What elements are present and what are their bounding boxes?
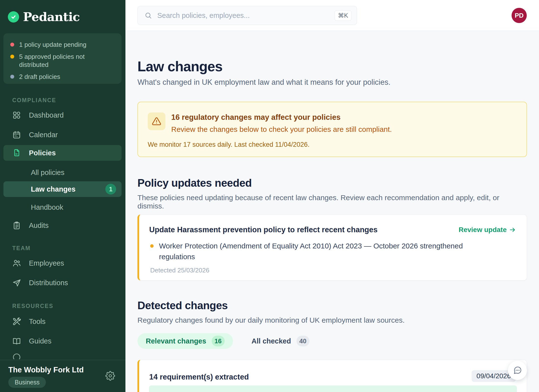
status-item: 2 draft policies <box>10 73 115 81</box>
sidebar-item-employees[interactable]: Employees <box>3 255 122 271</box>
calendar-icon <box>12 130 21 139</box>
alert-meta: We monitor 17 sources daily. Last checke… <box>148 141 309 148</box>
avatar[interactable]: PD <box>512 8 527 23</box>
tab-label: All checked <box>252 337 291 345</box>
grid-icon <box>12 111 21 120</box>
detected-changes-heading: Detected changes <box>137 299 228 312</box>
check-circle-icon <box>8 11 19 23</box>
sidebar-item-dashboard[interactable]: Dashboard <box>3 107 122 123</box>
law-changes-count-badge: 1 <box>105 184 116 195</box>
section-label-compliance: COMPLIANCE <box>12 97 56 104</box>
change-bullet: Worker Protection (Amendment of Equality… <box>150 241 476 262</box>
tab-label: Relevant changes <box>146 337 206 345</box>
alert-title: 16 regulatory changes may affect your po… <box>171 113 341 122</box>
top-bar: ⌘K PD <box>125 0 539 31</box>
sidebar-item-policies[interactable]: Policies <box>3 145 122 161</box>
circle-icon <box>12 353 21 359</box>
company-name: The Wobbly Fork Ltd <box>8 366 84 374</box>
sidebar-item-guides[interactable]: Guides <box>3 333 122 349</box>
status-item: 5 approved policies not distributed <box>10 53 106 69</box>
sidebar-item-partial[interactable] <box>3 353 122 359</box>
tab-all-checked[interactable]: All checked 40 <box>252 333 309 349</box>
page-title: Law changes <box>137 58 222 74</box>
app-name: Pedantic <box>23 10 80 24</box>
policy-updates-heading: Policy updates needed <box>137 177 252 189</box>
tools-icon <box>12 317 21 326</box>
policy-updates-subheading: These policies need updating because of … <box>137 194 527 210</box>
chat-bubble-icon <box>513 366 522 375</box>
global-search[interactable]: ⌘K <box>137 6 357 25</box>
sidebar-item-calendar[interactable]: Calendar <box>3 127 122 143</box>
change-bullet-text: Worker Protection (Amendment of Equality… <box>159 241 476 262</box>
tab-count-badge: 16 <box>212 336 225 346</box>
policy-update-title: Update Harassment prevention policy to r… <box>149 225 378 234</box>
app-logo[interactable]: Pedantic <box>8 10 80 24</box>
status-text: 2 draft policies <box>19 73 60 81</box>
detected-date: Detected 25/03/2026 <box>150 267 209 274</box>
send-icon <box>12 278 21 287</box>
book-open-icon <box>12 337 21 345</box>
search-icon <box>145 12 152 19</box>
requirements-title: 14 requirement(s) extracted <box>149 373 249 381</box>
section-label-team: TEAM <box>12 245 31 252</box>
sidebar-item-handbook[interactable]: Handbook <box>3 200 122 214</box>
amber-dot-icon <box>10 55 14 59</box>
shortcut-badge: ⌘K <box>335 10 351 21</box>
sidebar-item-law-changes[interactable]: Law changes 1 <box>3 181 122 197</box>
warning-triangle-icon <box>152 117 161 126</box>
arrow-right-icon <box>509 226 516 233</box>
sidebar-item-label: Employees <box>29 259 64 267</box>
sidebar-footer-divider <box>0 360 125 360</box>
alert-body: Review the changes below to check your p… <box>171 125 392 134</box>
sidebar-item-label: Distributions <box>29 279 68 287</box>
policy-update-card: Update Harassment prevention policy to r… <box>137 214 527 281</box>
sidebar-item-label: Guides <box>29 337 51 345</box>
search-input[interactable] <box>157 12 335 20</box>
gear-icon <box>105 371 115 381</box>
sidebar-item-label: Policies <box>29 149 56 157</box>
review-update-label: Review update <box>459 226 507 234</box>
sidebar-item-label: Law changes <box>31 185 75 193</box>
requirements-note-panel: This may affect 3 of your policies <box>149 385 517 392</box>
sidebar-item-label: Tools <box>29 318 46 326</box>
users-icon <box>12 259 21 268</box>
detected-changes-subheading: Regulatory changes found by our daily mo… <box>137 316 405 324</box>
sidebar-item-tools[interactable]: Tools <box>3 314 122 329</box>
sidebar-item-label: Calendar <box>29 131 58 139</box>
detected-changes-tabs: Relevant changes 16 All checked 40 <box>137 333 309 349</box>
status-text: 5 approved policies not distributed <box>19 53 106 69</box>
sidebar-item-label: Handbook <box>31 203 63 211</box>
gray-dot-icon <box>10 75 14 79</box>
red-dot-icon <box>10 43 14 47</box>
page-subtitle: What's changed in UK employment law and … <box>137 78 391 87</box>
sidebar-item-all-policies[interactable]: All policies <box>3 166 122 179</box>
warning-icon-tile <box>148 112 165 130</box>
status-item: 1 policy update pending <box>10 41 115 49</box>
sidebar-item-label: All policies <box>31 169 64 177</box>
tab-count-badge: 40 <box>296 336 309 346</box>
sidebar-item-label: Audits <box>29 221 49 230</box>
status-text: 1 policy update pending <box>19 41 86 49</box>
document-icon <box>12 148 21 157</box>
review-update-link[interactable]: Review update <box>459 226 516 234</box>
amber-bullet-icon <box>150 244 154 248</box>
settings-button[interactable] <box>105 371 115 381</box>
main-area: ⌘K PD Law changes What's changed in UK e… <box>125 0 539 392</box>
clipboard-icon <box>12 221 21 230</box>
plan-badge: Business <box>8 377 46 388</box>
regulatory-alert-banner: 16 regulatory changes may affect your po… <box>137 102 527 157</box>
chat-button[interactable] <box>508 361 527 380</box>
status-summary-panel[interactable]: 1 policy update pending 5 approved polic… <box>3 33 122 84</box>
sidebar-item-distributions[interactable]: Distributions <box>3 275 122 291</box>
sidebar-item-label: Dashboard <box>29 111 64 119</box>
section-label-resources: RESOURCES <box>12 303 53 309</box>
tab-relevant-changes[interactable]: Relevant changes 16 <box>137 333 233 349</box>
sidebar-item-audits[interactable]: Audits <box>3 218 122 233</box>
sidebar: Pedantic 1 policy update pending 5 appro… <box>0 0 125 392</box>
requirements-card: 14 requirement(s) extracted 09/04/2026 T… <box>137 360 527 392</box>
